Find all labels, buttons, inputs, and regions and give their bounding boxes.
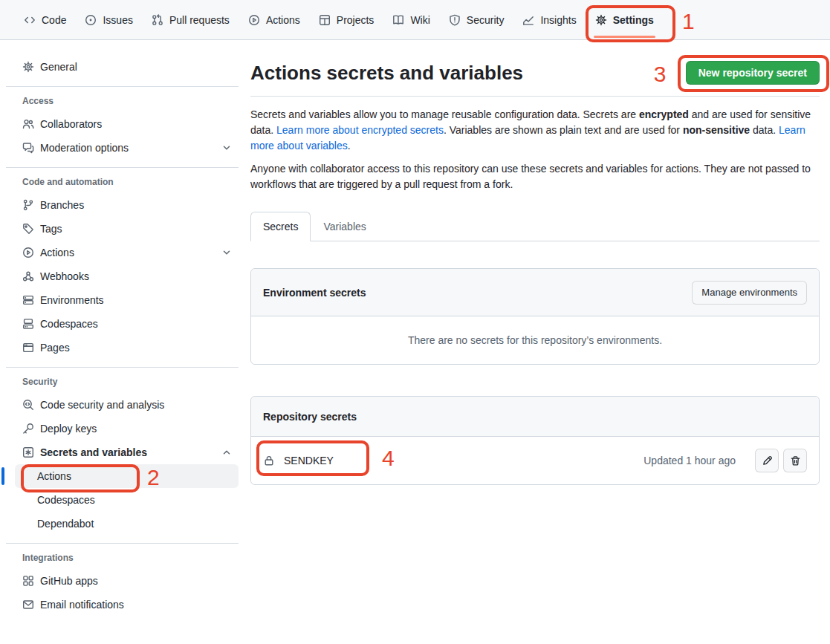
sidebar-item-actions[interactable]: Actions bbox=[6, 241, 239, 264]
edit-secret-button[interactable] bbox=[755, 449, 779, 472]
tab-label: Security bbox=[467, 14, 505, 26]
sidebar-item-branches[interactable]: Branches bbox=[6, 193, 239, 217]
sidebar-divider bbox=[6, 86, 239, 87]
apps-icon bbox=[22, 575, 34, 587]
gear-icon bbox=[595, 14, 607, 26]
sidebar-section-security: Security bbox=[6, 375, 239, 388]
comment-discussion-icon bbox=[22, 142, 34, 154]
secret-row: SENDKEY Updated 1 hour ago 4 bbox=[251, 437, 819, 484]
tab-actions[interactable]: Actions bbox=[241, 0, 308, 39]
tab-security[interactable]: Security bbox=[441, 0, 512, 39]
secret-updated-timestamp: Updated 1 hour ago bbox=[643, 455, 736, 466]
sidebar-item-tags[interactable]: Tags bbox=[6, 217, 239, 241]
lock-icon bbox=[263, 455, 275, 466]
tab-issues[interactable]: Issues bbox=[77, 0, 140, 39]
tab-projects[interactable]: Projects bbox=[311, 0, 382, 39]
main-content: Actions secrets and variables New reposi… bbox=[250, 40, 830, 485]
gear-icon bbox=[22, 61, 34, 73]
sidebar-item-secrets-and-variables[interactable]: Secrets and variables bbox=[6, 440, 239, 464]
server-icon bbox=[22, 294, 34, 306]
sidebar-item-webhooks[interactable]: Webhooks bbox=[6, 264, 239, 288]
shield-icon bbox=[449, 14, 461, 26]
sidebar-item-email-notifications[interactable]: Email notifications bbox=[6, 593, 239, 617]
tab-label: Wiki bbox=[410, 14, 429, 26]
mail-icon bbox=[22, 599, 34, 611]
key-asterisk-icon bbox=[22, 446, 34, 458]
tab-label: Actions bbox=[266, 14, 300, 26]
sidebar-item-github-apps[interactable]: GitHub apps bbox=[6, 569, 239, 593]
table-icon bbox=[319, 14, 331, 26]
repository-secrets-box: Repository secrets SENDKEY Updated 1 hou… bbox=[250, 396, 820, 485]
manage-environments-button[interactable]: Manage environments bbox=[692, 281, 807, 305]
new-repository-secret-button[interactable]: New repository secret 3 bbox=[686, 61, 820, 85]
title-divider bbox=[250, 96, 820, 97]
tab-label: Issues bbox=[103, 14, 132, 26]
code-icon bbox=[24, 14, 36, 26]
chevron-down-icon bbox=[221, 142, 233, 154]
tab-pull-requests[interactable]: Pull requests bbox=[144, 0, 237, 39]
sidebar-item-general[interactable]: General bbox=[6, 55, 239, 79]
sidebar-subitem-actions[interactable]: Actions 2 bbox=[15, 464, 239, 488]
environment-secrets-title: Environment secrets bbox=[263, 287, 366, 299]
sidebar-item-collaborators[interactable]: Collaborators bbox=[6, 112, 239, 136]
sidebar-section-code-automation: Code and automation bbox=[6, 175, 239, 189]
intro-paragraph-1: Secrets and variables allow you to manag… bbox=[250, 107, 820, 154]
sidebar-section-access: Access bbox=[6, 94, 239, 108]
tab-label: Code bbox=[42, 14, 66, 26]
tab-label: Insights bbox=[540, 14, 576, 26]
delete-secret-button[interactable] bbox=[783, 449, 807, 472]
sidebar-item-pages[interactable]: Pages bbox=[6, 336, 239, 360]
tab-variables[interactable]: Variables bbox=[311, 212, 378, 241]
encrypted-secrets-link[interactable]: Learn more about encrypted secrets bbox=[276, 124, 444, 136]
sidebar-divider bbox=[6, 543, 239, 544]
tab-settings[interactable]: Settings 1 bbox=[588, 0, 661, 39]
browser-icon bbox=[22, 342, 34, 354]
people-icon bbox=[22, 118, 34, 130]
tab-wiki[interactable]: Wiki bbox=[385, 0, 437, 39]
encrypted-emphasis: encrypted bbox=[639, 108, 689, 120]
selected-indicator-bar bbox=[1, 467, 4, 485]
sidebar-item-codespaces[interactable]: Codespaces bbox=[6, 312, 239, 336]
sidebar-item-environments[interactable]: Environments bbox=[6, 288, 239, 312]
webhook-icon bbox=[22, 270, 34, 282]
sidebar-subitem-codespaces[interactable]: Codespaces bbox=[15, 488, 239, 512]
codespaces-icon bbox=[22, 318, 34, 330]
active-tab-underline bbox=[594, 36, 655, 38]
environment-secrets-empty-message: There are no secrets for this repository… bbox=[251, 316, 819, 364]
book-icon bbox=[392, 14, 404, 26]
chevron-down-icon bbox=[221, 247, 233, 258]
annotation-number-1: 1 bbox=[682, 10, 695, 33]
tag-icon bbox=[22, 223, 34, 235]
code-scan-icon bbox=[22, 399, 34, 411]
sidebar-divider bbox=[6, 167, 239, 168]
repo-tab-bar: Code Issues Pull requests Actions Projec… bbox=[0, 0, 830, 40]
sidebar-subitem-dependabot[interactable]: Dependabot bbox=[15, 512, 239, 536]
sidebar-item-code-security[interactable]: Code security and analysis bbox=[6, 393, 239, 417]
page-title: Actions secrets and variables bbox=[250, 60, 686, 85]
pencil-icon bbox=[762, 455, 773, 466]
tab-insights[interactable]: Insights bbox=[515, 0, 583, 39]
sidebar-item-moderation-options[interactable]: Moderation options bbox=[6, 136, 239, 160]
tab-label: Pull requests bbox=[169, 14, 230, 26]
git-pull-request-icon bbox=[152, 14, 163, 26]
tab-label: Settings bbox=[613, 14, 654, 26]
secret-name: SENDKEY bbox=[284, 455, 643, 466]
secrets-variables-tabnav: Secrets Variables bbox=[250, 212, 820, 241]
intro-paragraph-2: Anyone with collaborator access to this … bbox=[250, 161, 820, 192]
environment-secrets-box: Environment secrets Manage environments … bbox=[250, 268, 820, 365]
play-icon bbox=[22, 247, 34, 258]
sidebar-divider bbox=[6, 367, 239, 368]
sidebar-section-integrations: Integrations bbox=[6, 551, 239, 565]
tab-secrets[interactable]: Secrets bbox=[250, 212, 311, 241]
git-branch-icon bbox=[22, 199, 34, 211]
tab-label: Projects bbox=[337, 14, 375, 26]
tab-code[interactable]: Code bbox=[16, 0, 74, 39]
chevron-up-icon bbox=[221, 446, 233, 458]
settings-sidebar: General Access Collaborators Moderation … bbox=[0, 40, 250, 617]
issue-opened-icon bbox=[85, 14, 97, 26]
repository-secrets-title: Repository secrets bbox=[263, 411, 357, 423]
trash-icon bbox=[790, 455, 801, 466]
key-icon bbox=[22, 423, 34, 435]
sidebar-item-deploy-keys[interactable]: Deploy keys bbox=[6, 417, 239, 440]
graph-icon bbox=[522, 14, 534, 26]
